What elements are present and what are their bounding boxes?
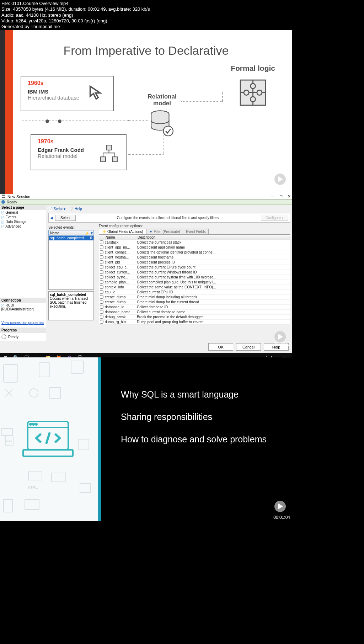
field-row[interactable]: debug_breakBreak the process in the defa… [99,315,290,320]
field-checkbox[interactable] [100,260,103,264]
svg-rect-0 [107,145,112,150]
cancel-button[interactable]: Cancel [236,343,261,351]
ie-icon[interactable]: e [32,353,43,357]
field-row[interactable]: callstackCollect the current call stack [99,240,290,245]
play-overlay-icon[interactable] [274,501,286,512]
field-name: client_connec... [104,250,136,254]
vs-icon[interactable]: ⌬ [64,353,75,357]
field-row[interactable]: collect_curren...Collect the current Win… [99,270,290,275]
field-checkbox[interactable] [100,265,103,269]
task-view-icon[interactable]: ❐ [21,353,32,357]
play-overlay-icon[interactable] [274,174,286,185]
lightning-icon[interactable]: ⚡ [84,231,89,235]
maximize-button[interactable]: ◻ [279,194,283,199]
explorer-icon[interactable]: 📁 [43,353,53,357]
field-checkbox[interactable] [100,280,103,284]
field-desc: Create mini dump including all threads [136,295,290,299]
field-checkbox[interactable] [100,295,103,299]
page-item[interactable]: Events [0,215,46,219]
database-icon [150,110,175,138]
field-row[interactable]: client_connec...Collects the optional id… [99,250,290,255]
field-checkbox[interactable] [100,250,103,254]
ok-button[interactable]: OK [208,343,233,351]
fields-desc-col[interactable]: Description [136,235,157,239]
script-dropdown[interactable]: 📄 Script ▾ [48,207,65,211]
field-checkbox[interactable] [100,245,103,249]
field-checkbox[interactable] [100,310,103,314]
start-button[interactable]: ⊞ [0,353,11,357]
tab-global-fields[interactable]: ⚡Global Fields (Actions) [99,229,146,234]
thumb3-text-area: Why SQL is a smart language Sharing resp… [101,357,292,521]
window-titlebar: 🗔 New Session — ◻ ✕ [0,194,292,199]
field-row[interactable]: client_app_na...Collect client applicati… [99,245,290,250]
help-link[interactable]: ❔ Help [69,207,82,211]
field-row[interactable]: database_idCollect database ID [99,305,290,310]
svg-point-9 [250,97,255,102]
field-checkbox[interactable] [100,255,103,259]
meta-size: Size: 4357858 bytes (4.16 MiB), duration… [1,6,363,12]
page-item[interactable]: Data Storage [0,219,46,224]
meta-generated: Generated by Thumbnail me [1,24,363,30]
tab-event-fields[interactable]: Event Fields [183,229,209,234]
firefox-icon[interactable]: 🦊 [53,353,64,357]
connector-h3 [181,101,222,102]
svg-point-8 [250,84,255,89]
name-col-header[interactable]: Name [49,231,84,235]
field-name: compile_plan... [104,280,136,284]
field-row[interactable]: create_dump_...Create mini dump for the … [99,300,290,305]
field-row[interactable]: cpu_idCollect current CPU ID [99,290,290,295]
dotted-timeline [22,121,129,121]
field-row[interactable]: collect_cpu_c...Collect the current CPU'… [99,265,290,270]
connection-header: Connection [0,298,46,303]
events-grid-body[interactable]: sql_batch_completed0 [48,236,94,290]
field-row[interactable]: dump_rg_hist...Dump pool and group ring … [99,320,290,325]
back-arrow-icon[interactable]: ◀ [50,216,53,220]
selected-event-row[interactable]: sql_batch_completed0 [49,236,93,240]
windows-taskbar[interactable]: ⊞ 🔍 ❐ e 📁 🦊 ⌬ 🗄 ˄ 🖧 🔈 FRA [0,353,292,357]
tab-filter[interactable]: ▼Filter (Predicate) [146,229,183,234]
bullet-3: How to diagnose and solve problems [121,434,282,445]
field-checkbox[interactable] [100,285,103,289]
search-icon[interactable]: 🔍 [11,353,21,357]
field-row[interactable]: collect_syste...Collect the current syst… [99,275,290,280]
thumbnail-1: From Imperative to Declarative 1960s IBM… [0,30,292,194]
field-row[interactable]: client_pidCollect client process ID [99,260,290,265]
fields-grid[interactable]: Name Description callstackCollect the cu… [99,234,290,325]
field-checkbox[interactable] [100,315,103,319]
play-overlay-icon[interactable] [274,331,286,342]
selected-events-label: Selected events: [48,224,94,230]
filter-icon[interactable]: ▼ [89,231,93,235]
bullet-1: Why SQL is a smart language [121,389,282,400]
field-checkbox[interactable] [100,275,103,279]
page-item[interactable]: General [0,210,46,215]
configure-button[interactable]: Configure ▸ [261,215,288,221]
ssms-icon[interactable]: 🗄 [75,353,85,357]
field-checkbox[interactable] [100,270,103,274]
lightning-icon: ⚡ [102,230,106,234]
field-row[interactable]: context_infoCollect the same value as th… [99,285,290,290]
laptop-code-icon [21,420,75,460]
select-button[interactable]: Select [55,215,76,221]
field-desc: Collect the current Windows thread ID [136,270,290,274]
field-row[interactable]: database_nameCollect current database na… [99,310,290,315]
field-checkbox[interactable] [100,300,103,304]
progress-spinner-icon [1,334,6,339]
view-connection-link[interactable]: View connection properties [0,320,46,325]
field-checkbox[interactable] [100,305,103,309]
field-checkbox[interactable] [100,290,103,294]
field-checkbox[interactable] [100,240,103,244]
field-row[interactable]: create_dump_...Create mini dump includin… [99,295,290,300]
fields-name-col[interactable]: Name [104,235,136,239]
field-row[interactable]: client_hostna...Collect client hostname [99,255,290,260]
orange-accent-bar [5,30,13,194]
field-row[interactable]: compile_plan...Collect compiled plan gui… [99,280,290,285]
field-name: create_dump_... [104,295,136,299]
field-name: database_name [104,310,136,314]
field-checkbox[interactable] [100,320,103,324]
close-button[interactable]: ✕ [288,194,291,199]
page-item[interactable]: Advanced [0,224,46,229]
minimize-button[interactable]: — [271,194,274,199]
formal-logic-text: Formal logic [231,64,275,73]
cursor-icon [88,84,104,100]
field-desc: Collects the optional identifier provide… [136,250,290,254]
